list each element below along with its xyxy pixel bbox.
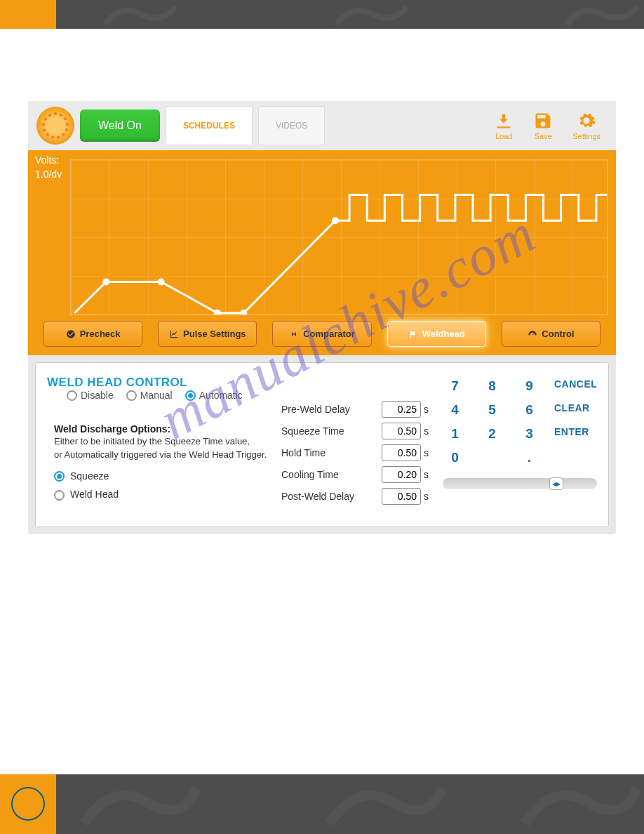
control-tab[interactable]: Control — [502, 321, 601, 347]
discharge-desc-2: or Automatically triggered via the Weld … — [54, 448, 267, 462]
tab-schedules[interactable]: SCHEDULES — [166, 106, 253, 145]
svg-point-1 — [158, 278, 165, 285]
check-circle-icon — [66, 329, 76, 339]
hold-time-label: Hold Time — [281, 447, 382, 458]
pre-weld-delay-label: Pre-Weld Delay — [281, 404, 382, 415]
app-frame: Weld On SCHEDULES VIDEOS Load Save Setti… — [28, 101, 616, 534]
hold-time-input[interactable] — [382, 444, 421, 461]
keypad-0[interactable]: 0 — [443, 450, 467, 465]
keypad-4[interactable]: 4 — [443, 402, 467, 418]
keypad-8[interactable]: 8 — [480, 378, 504, 394]
keypad-clear[interactable]: CLEAR — [554, 402, 610, 418]
mode-radio-group: Disable Manual Automatic — [67, 390, 243, 401]
save-icon — [533, 111, 553, 131]
brand-logo-icon — [36, 107, 74, 145]
pulse-settings-tab[interactable]: Pulse Settings — [158, 321, 257, 347]
squeeze-time-input[interactable] — [382, 423, 421, 439]
comparator-tab[interactable]: Comparator — [272, 321, 371, 347]
settings-button[interactable]: Settings — [565, 111, 608, 140]
save-button[interactable]: Save — [526, 111, 560, 140]
gauge-icon — [528, 329, 537, 339]
load-label: Load — [495, 132, 512, 140]
panel-title: WELD HEAD CONTROL — [47, 376, 187, 389]
precheck-tab[interactable]: Precheck — [43, 321, 142, 347]
chart-y-axis-label: Volts: 1.0/dv — [35, 154, 62, 181]
waveform-line — [71, 160, 607, 315]
svg-point-2 — [214, 310, 221, 315]
settings-label: Settings — [572, 132, 601, 140]
slider-thumb-icon[interactable]: ◀▶ — [549, 477, 563, 490]
app-header: Weld On SCHEDULES VIDEOS Load Save Setti… — [28, 101, 616, 150]
download-icon — [494, 111, 514, 131]
tab-videos[interactable]: VIDEOS — [258, 106, 325, 145]
load-button[interactable]: Load — [487, 111, 521, 140]
keypad-cancel[interactable]: CANCEL — [554, 378, 610, 394]
timing-column: Pre-Weld Delays Squeeze Times Hold Times… — [281, 401, 429, 514]
comparator-label: Comparator — [303, 329, 355, 339]
mode-disable-radio[interactable]: Disable — [67, 390, 114, 401]
compare-icon — [289, 329, 299, 339]
keypad-6[interactable]: 6 — [517, 402, 542, 418]
cooling-time-label: Cooling Time — [281, 469, 382, 480]
control-label: Control — [542, 329, 574, 339]
pulse-label: Pulse Settings — [183, 329, 246, 339]
weldhead-label: Weldhead — [422, 329, 465, 339]
weld-on-button[interactable]: Weld On — [80, 110, 160, 142]
discharge-squeeze-radio[interactable]: Squeeze — [54, 470, 267, 482]
chart-grid — [70, 159, 608, 315]
keypad-decimal[interactable]: . — [517, 450, 542, 465]
discharge-weldhead-radio[interactable]: Weld Head — [54, 489, 267, 501]
flag-icon — [408, 329, 418, 339]
keypad-enter[interactable]: ENTER — [554, 426, 610, 442]
numeric-keypad: 7 8 9 CANCEL 4 5 6 CLEAR 1 2 3 ENTER 0 .… — [443, 378, 597, 514]
svg-point-0 — [102, 278, 109, 285]
gear-icon — [577, 111, 596, 131]
pre-weld-delay-input[interactable] — [382, 401, 421, 418]
discharge-title: Weld Discharge Options: — [54, 423, 267, 435]
keypad-3[interactable]: 3 — [517, 426, 542, 442]
keypad-1[interactable]: 1 — [443, 426, 467, 442]
chart-icon — [169, 329, 179, 339]
keypad-9[interactable]: 9 — [517, 378, 542, 394]
keypad-2[interactable]: 2 — [480, 426, 504, 442]
chart-area: Volts: 1.0/dv Precheck Pulse Settings — [28, 150, 616, 355]
keypad-5[interactable]: 5 — [480, 402, 504, 418]
precheck-label: Precheck — [80, 329, 121, 339]
mode-manual-radio[interactable]: Manual — [126, 390, 173, 401]
post-weld-delay-label: Post-Weld Delay — [281, 491, 382, 502]
weldhead-tab[interactable]: Weldhead — [387, 321, 486, 347]
save-label: Save — [535, 132, 552, 140]
page-bottom-bar — [0, 774, 644, 834]
discharge-desc-1: Either to be initiated by the Squeeze Ti… — [54, 435, 267, 449]
post-weld-delay-input[interactable] — [382, 488, 421, 505]
cooling-time-input[interactable] — [382, 466, 421, 483]
svg-point-4 — [332, 217, 339, 224]
weld-head-control-panel: WELD HEAD CONTROL Disable Manual Automat… — [35, 362, 609, 527]
value-slider[interactable]: ◀▶ — [443, 478, 597, 489]
page-top-bar — [0, 0, 644, 29]
squeeze-time-label: Squeeze Time — [281, 425, 382, 437]
mode-automatic-radio[interactable]: Automatic — [185, 390, 243, 401]
page-number-circle-icon — [11, 787, 45, 821]
keypad-7[interactable]: 7 — [443, 378, 467, 394]
subtab-row: Precheck Pulse Settings Comparator Weldh… — [36, 315, 608, 354]
